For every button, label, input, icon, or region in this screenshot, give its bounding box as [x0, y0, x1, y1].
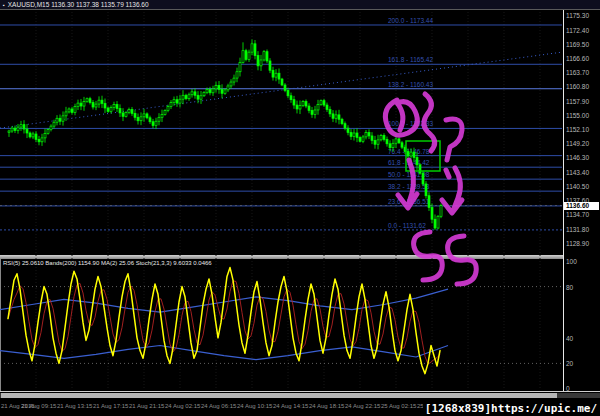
trendline-dotted — [0, 52, 562, 128]
fib-label: 0.0 - 1131.62 — [388, 222, 426, 229]
candlesticks — [8, 39, 442, 230]
price-tick-label: 1146.30 — [566, 154, 589, 161]
oscillator-tick-label: 40 — [566, 335, 573, 342]
oscillator-tick-label: 20 — [566, 360, 573, 367]
price-chart-canvas[interactable]: 0.0 - 1131.6223.6 - 1136.5138.2 - 1139.5… — [0, 10, 563, 392]
time-tick-label: 24 Aug 06:15 — [201, 403, 236, 409]
oscillator-tick-label: 80 — [566, 284, 573, 291]
time-tick-label: 24 Aug 02:15 — [165, 403, 200, 409]
price-tick-label: 1175.30 — [566, 12, 589, 19]
time-tick-label: 24 Aug 22:15 — [345, 403, 380, 409]
price-tick-label: 1166.60 — [566, 55, 589, 62]
symbol-ohlc-title: XAUUSD,M15 1136.30 1137.38 1135.79 1136.… — [8, 1, 149, 8]
indicator-pane — [0, 259, 562, 391]
price-tick-label: 1155.00 — [566, 112, 589, 119]
current-price-badge: 1136.60 — [564, 202, 599, 210]
price-tick-label: 1143.40 — [566, 169, 589, 176]
time-tick-label: 24 Aug 10:15 — [237, 403, 272, 409]
price-tick-label: 1163.70 — [566, 69, 589, 76]
oscillator-tick-label: 0 — [566, 385, 570, 392]
price-tick-label: 1169.50 — [566, 41, 589, 48]
scribble-loop — [385, 100, 417, 135]
price-tick-label: 1152.10 — [566, 126, 589, 133]
price-tick-label: 1131.80 — [566, 226, 589, 233]
scrollbar-thumb[interactable] — [1, 393, 557, 398]
grid-lines — [36, 12, 540, 390]
price-tick-label: 1128.90 — [566, 240, 589, 247]
fib-label: 200.0 - 1173.44 — [388, 17, 433, 24]
chart-frame-bottom — [0, 391, 600, 392]
price-tick-label: 1149.20 — [566, 140, 589, 147]
time-tick-label: 21 Aug 17:15 — [93, 403, 128, 409]
chart-title-marker-icon: ▪ — [3, 2, 5, 8]
fib-label: 138.2 - 1160.43 — [388, 81, 433, 88]
time-tick-label: 24 Aug 14:15 — [273, 403, 308, 409]
price-tick-label: 1157.90 — [566, 98, 589, 105]
fib-label: 161.8 - 1165.42 — [388, 56, 433, 63]
fibonacci-levels: 0.0 - 1131.6223.6 - 1136.5138.2 - 1139.5… — [0, 17, 562, 230]
time-tick-label: 24 Aug 18:15 — [309, 403, 344, 409]
mt4-chart-window: ▪XAUUSD,M15 1136.30 1137.38 1135.79 1136… — [0, 0, 600, 416]
scribble-five-1 — [414, 232, 443, 280]
price-tick-label: 1134.70 — [566, 211, 589, 218]
price-tick-label: 1140.50 — [566, 183, 589, 190]
price-tick-label: 1172.40 — [566, 27, 589, 34]
horizontal-scrollbar[interactable] — [0, 393, 600, 398]
price-tick-label: 1160.80 — [566, 83, 589, 90]
time-tick-label: 21 Aug 09:15 — [21, 403, 56, 409]
watermark-text: [1268x839]https://upic.me/ — [423, 402, 599, 415]
time-tick-label: 21 Aug 13:15 — [57, 403, 92, 409]
oscillator-tick-label: 100 — [566, 258, 577, 265]
price-axis[interactable]: 1136.60 1175.301172.401169.501166.601163… — [564, 10, 600, 392]
time-tick-label: 25 Aug 02:15 — [381, 403, 416, 409]
scribble-five-2 — [448, 236, 477, 284]
band-lower-line — [0, 346, 448, 360]
time-tick-label: 21 Aug 21:15 — [129, 403, 164, 409]
indicator-header-text: RSI(5) 25.0610 Bands(200) 1154.90 MA(2) … — [3, 260, 212, 266]
chart-title-bar: ▪XAUUSD,M15 1136.30 1137.38 1135.79 1136… — [0, 0, 600, 9]
